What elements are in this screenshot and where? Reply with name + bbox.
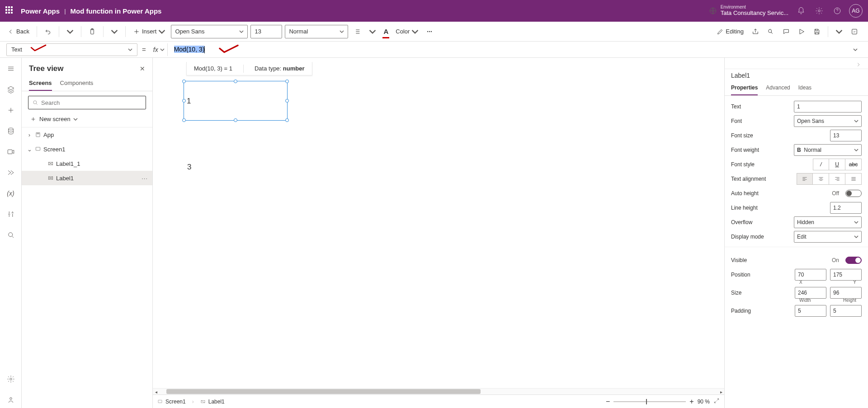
prop-position-label: Position xyxy=(731,272,791,278)
tab-advanced[interactable]: Advanced xyxy=(766,82,790,95)
search-input[interactable] xyxy=(28,96,146,109)
scroll-thumb[interactable] xyxy=(166,389,481,394)
fit-to-screen-button[interactable] xyxy=(713,398,720,405)
scroll-left-icon[interactable]: ◂ xyxy=(153,389,159,395)
save-button[interactable] xyxy=(811,25,823,38)
font-select[interactable]: Open Sans xyxy=(171,25,248,38)
media-icon[interactable] xyxy=(3,144,19,160)
advanced-tools-icon[interactable] xyxy=(3,206,19,222)
search-rail-icon[interactable] xyxy=(3,227,19,243)
editing-mode-button[interactable]: Editing xyxy=(714,25,746,38)
prop-visible-toggle[interactable] xyxy=(845,257,862,264)
zoom-out-button[interactable]: − xyxy=(606,398,610,406)
tree-view-icon[interactable] xyxy=(3,81,19,98)
close-pane-button[interactable]: ✕ xyxy=(140,65,145,72)
prop-width-input[interactable]: 246 xyxy=(795,287,826,299)
color-dropdown[interactable]: Color xyxy=(393,25,421,38)
prop-lineheight-input[interactable]: 1.2 xyxy=(830,202,862,214)
help-icon[interactable] xyxy=(828,0,846,22)
prop-padding-2-input[interactable]: 5 xyxy=(830,305,862,317)
tab-ideas[interactable]: Ideas xyxy=(798,82,811,95)
expand-formula-button[interactable] xyxy=(849,47,862,52)
prop-fontweight-select[interactable]: B Normal xyxy=(794,144,862,156)
property-selector[interactable]: Text xyxy=(6,43,137,56)
prop-position-y-input[interactable]: 175 xyxy=(830,269,862,281)
account-avatar[interactable]: AG xyxy=(849,4,863,18)
variables-icon[interactable]: (x) xyxy=(3,185,19,202)
paste-dropdown[interactable] xyxy=(108,25,121,38)
underline-button[interactable]: U xyxy=(829,159,845,170)
tree-item-app[interactable]: › App xyxy=(22,127,152,142)
back-button[interactable]: Back xyxy=(5,25,32,38)
data-icon[interactable] xyxy=(3,123,19,139)
font-size-input[interactable]: 13 xyxy=(250,25,282,38)
prop-fontsize-input[interactable]: 13 xyxy=(830,130,862,141)
canvas[interactable]: 1 3 xyxy=(153,58,724,388)
hamburger-icon[interactable] xyxy=(3,61,19,77)
settings-icon[interactable] xyxy=(810,0,828,22)
app-checker-button[interactable] xyxy=(764,25,777,38)
prop-font-select[interactable]: Open Sans xyxy=(794,115,862,127)
save-dropdown[interactable] xyxy=(833,25,845,38)
label1-1-text[interactable]: 3 xyxy=(187,163,191,172)
bullets-button[interactable] xyxy=(351,25,363,38)
formula-input[interactable]: Mod(10, 3) xyxy=(172,45,844,54)
prop-height-input[interactable]: 96 xyxy=(830,287,862,299)
fx-button[interactable]: fx xyxy=(151,43,168,56)
properties-pane: Label1 Properties Advanced Ideas Text 1 … xyxy=(724,58,868,408)
align-center-button[interactable] xyxy=(813,173,829,185)
environment-picker[interactable]: Environment Tata Consultancy Servic... xyxy=(709,5,788,17)
publish-button[interactable] xyxy=(848,25,861,38)
prop-position-x-input[interactable]: 70 xyxy=(795,269,826,281)
undo-button[interactable] xyxy=(42,25,54,38)
prop-displaymode-select[interactable]: Edit xyxy=(794,231,862,243)
breadcrumb-label[interactable]: Label1 xyxy=(200,399,225,405)
notifications-icon[interactable] xyxy=(792,0,810,22)
prop-autoheight-toggle[interactable] xyxy=(845,190,862,197)
settings-rail-icon[interactable] xyxy=(3,371,19,387)
font-weight-select[interactable]: Normal xyxy=(285,25,348,38)
canvas-scrollbar[interactable]: ◂ ▸ xyxy=(153,388,724,394)
tab-components[interactable]: Components xyxy=(60,76,94,91)
align-right-button[interactable] xyxy=(829,173,845,185)
share-button[interactable] xyxy=(749,25,762,38)
selected-control-label1[interactable]: 1 xyxy=(184,81,288,121)
chevron-right-icon[interactable] xyxy=(855,61,862,68)
scroll-right-icon[interactable]: ▸ xyxy=(718,389,724,395)
new-screen-button[interactable]: ＋ New screen xyxy=(22,112,152,127)
bullets-dropdown[interactable] xyxy=(366,25,379,38)
insert-pane-icon[interactable] xyxy=(3,102,19,118)
tree-item-screen1[interactable]: ⌄ Screen1 xyxy=(22,142,152,156)
virtual-agent-icon[interactable] xyxy=(3,392,19,408)
zoom-in-button[interactable]: + xyxy=(689,398,693,406)
app-launcher-icon[interactable] xyxy=(5,6,14,15)
svg-rect-17 xyxy=(158,400,162,403)
paste-button[interactable] xyxy=(86,25,99,38)
prop-text-input[interactable]: 1 xyxy=(794,101,862,113)
tree-item-label1-1[interactable]: Label1_1 xyxy=(22,156,152,171)
tree-item-more-icon[interactable]: ··· xyxy=(142,175,152,182)
height-caption: Height xyxy=(843,298,856,303)
comments-button[interactable] xyxy=(780,25,793,38)
strike-button[interactable]: abc xyxy=(845,159,862,170)
tree-item-label1[interactable]: Label1 ··· xyxy=(22,171,152,185)
prop-padding-1-input[interactable]: 5 xyxy=(795,305,826,317)
power-automate-icon[interactable] xyxy=(3,164,19,181)
breadcrumb-screen[interactable]: Screen1 xyxy=(157,399,186,405)
properties-header xyxy=(725,58,868,69)
search-field[interactable] xyxy=(41,99,142,106)
tab-screens[interactable]: Screens xyxy=(29,76,52,91)
italic-button[interactable]: / xyxy=(813,159,829,170)
align-justify-button[interactable] xyxy=(845,173,862,185)
font-color-button[interactable]: A xyxy=(382,25,390,38)
insert-button[interactable]: Insert xyxy=(130,25,169,38)
zoom-slider[interactable] xyxy=(613,401,686,402)
align-left-button[interactable] xyxy=(797,173,813,185)
preview-button[interactable] xyxy=(795,25,808,38)
tab-properties[interactable]: Properties xyxy=(731,82,758,95)
tree-view-pane: Tree view ✕ Screens Components ＋ New scr… xyxy=(22,58,153,408)
undo-history-dropdown[interactable] xyxy=(64,25,76,38)
more-commands-button[interactable]: ··· xyxy=(424,25,435,38)
prop-overflow-select[interactable]: Hidden xyxy=(794,216,862,228)
prop-autoheight-label: Auto height xyxy=(731,190,828,197)
